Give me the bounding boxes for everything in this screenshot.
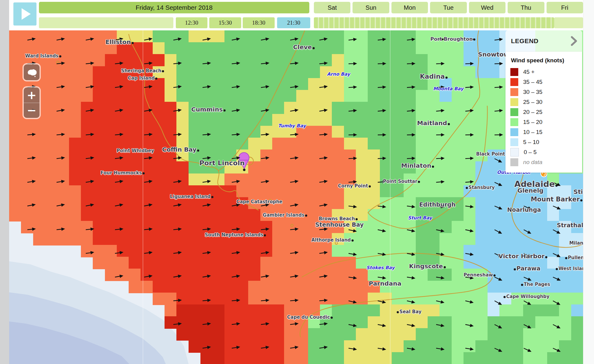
- town-marker-dot: [131, 42, 134, 44]
- town-marker-dot: [503, 296, 505, 298]
- town-label-stirling: Stirling: [574, 188, 583, 195]
- town-marker-dot: [443, 266, 446, 268]
- time-cell-2130[interactable]: 21:30: [277, 17, 310, 28]
- legend-item: 20 – 25: [510, 108, 577, 117]
- town-marker-dot: [59, 55, 61, 57]
- legend-item: 35 – 45: [510, 77, 577, 87]
- day-tab-sat[interactable]: Sat: [314, 2, 350, 13]
- day-tab-tue[interactable]: Tue: [430, 2, 467, 13]
- timeline-future-days-scrubber[interactable]: [314, 17, 554, 28]
- time-cell-1230[interactable]: 12:30: [176, 17, 207, 28]
- day-tab-fri[interactable]: Fri: [547, 2, 583, 13]
- bay-label-sturt-bay: Sturt Bay: [408, 215, 432, 221]
- town-marker-dot: [305, 215, 307, 217]
- town-label-milang: Milang: [569, 240, 583, 246]
- town-marker-dot: [494, 274, 496, 276]
- town-label-cape-willoughby: Cape Willoughby: [503, 294, 549, 299]
- legend-subtitle: Wind speed (knots): [511, 57, 577, 64]
- time-cell-1830[interactable]: 18:30: [243, 17, 275, 28]
- page-right-margin: [583, 0, 594, 364]
- legend-swatch: [510, 68, 518, 76]
- timeline-track-right[interactable]: [554, 17, 583, 28]
- page-left-margin: [0, 0, 9, 364]
- town-marker-dot: [397, 311, 399, 313]
- day-tab-sun[interactable]: Sun: [353, 2, 389, 13]
- timeline-track-left[interactable]: [39, 17, 173, 28]
- legend-panel: LEGEND Wind speed (knots) 45 +35 – 4530 …: [505, 30, 582, 173]
- town-marker-dot: [418, 181, 420, 183]
- town-label-point-whidbey: Point Whidbey: [116, 148, 154, 153]
- australia-icon: [26, 67, 37, 77]
- legend-swatch: [510, 88, 518, 96]
- legend-item: 5 – 10: [510, 138, 577, 147]
- legend-collapse-icon[interactable]: [570, 36, 578, 46]
- legend-item: 45 +: [510, 67, 577, 77]
- town-label-browns-beach: Browns Beach: [319, 216, 358, 221]
- town-label-south-neptune-islands: South Neptune Islands: [205, 232, 266, 238]
- town-marker-dot: [264, 234, 266, 236]
- town-label-glenelg: Glenelg: [517, 187, 544, 194]
- legend-item: 25 – 30: [510, 98, 577, 107]
- zoom-control: + −: [24, 88, 40, 118]
- legend-label: 15 – 20: [523, 119, 542, 125]
- day-tab-thu[interactable]: Thu: [508, 2, 544, 13]
- legend-label: 35 – 45: [523, 79, 542, 85]
- town-marker-dot: [514, 268, 516, 270]
- legend-label: 30 – 35: [523, 89, 542, 95]
- town-marker-dot: [580, 199, 582, 201]
- legend-label: 45 +: [523, 69, 535, 75]
- town-label-elliston: Elliston: [106, 38, 134, 46]
- town-label-liguanea-island: Liguanea Island: [170, 194, 214, 199]
- day-tab-wed[interactable]: Wed: [469, 2, 505, 13]
- town-marker-dot: [521, 284, 523, 286]
- legend-swatch: [510, 118, 518, 126]
- town-label-sheringa-beach: Sheringa Beach: [121, 68, 165, 74]
- town-marker-dot: [162, 70, 164, 72]
- town-label-gambier-islands: Gambier Islands: [263, 212, 308, 218]
- town-marker-dot: [312, 47, 314, 49]
- town-label-parawa: Parawa: [513, 265, 540, 272]
- town-label-edithburgh: Edithburgh: [419, 201, 455, 208]
- town-label-ward-islands: Ward Islands: [25, 53, 62, 59]
- legend-item: 15 – 20: [510, 118, 577, 127]
- legend-item: 10 – 15: [510, 128, 577, 137]
- town-label-cape-du-couedic: Cape du Couedic: [287, 314, 333, 320]
- legend-label: 0 – 5: [524, 149, 537, 156]
- town-marker-dot: [432, 166, 434, 168]
- legend-swatch: [510, 98, 518, 106]
- town-marker-dot: [466, 187, 468, 189]
- town-marker-dot: [331, 317, 333, 319]
- zoom-out-button[interactable]: −: [24, 103, 40, 118]
- legend-swatch: [510, 128, 518, 136]
- town-marker-dot: [197, 149, 199, 152]
- bay-label-tumby-bay: Tumby Bay: [278, 123, 306, 129]
- legend-label: 20 – 25: [523, 109, 542, 115]
- legend-item: 30 – 35: [510, 88, 577, 97]
- legend-label: 10 – 15: [523, 129, 542, 136]
- town-label-cleve: Cleve: [293, 43, 315, 51]
- town-label-cummins: Cummins: [191, 106, 226, 113]
- legend-swatch: [510, 138, 518, 146]
- wind-map[interactable]: EllistonWard IslandsSheringa BeachCap Is…: [9, 30, 583, 364]
- town-marker-dot: [369, 185, 371, 187]
- day-tab-mon[interactable]: Mon: [391, 2, 428, 13]
- town-label-victor-harbor: Victor Harbor: [498, 252, 548, 260]
- town-marker-dot: [473, 39, 475, 41]
- town-label-maitland: Maitland: [417, 119, 450, 127]
- town-label-west-island: West Island: [555, 266, 583, 271]
- town-label-black-point: Black Point: [476, 151, 505, 157]
- bay-label-moonta-bay: Moonta Bay: [433, 86, 464, 91]
- town-marker-dot: [142, 172, 144, 174]
- town-label-cape-catastrophe: Cape Catastrophe: [236, 199, 282, 204]
- time-cell-1530[interactable]: 15:30: [209, 17, 241, 28]
- legend-swatch: [510, 78, 518, 86]
- legend-header: LEGEND: [505, 30, 582, 52]
- town-label-penneshaw: Penneshaw: [464, 272, 496, 278]
- home-extent-button[interactable]: [24, 64, 40, 80]
- date-header: Friday, 14 September 2018: [39, 2, 309, 13]
- town-label-stenhouse-bay: Stenhouse Bay: [315, 221, 363, 228]
- zoom-in-button[interactable]: +: [24, 88, 40, 103]
- town-label-cap-island: Cap Island: [128, 75, 158, 81]
- town-marker-dot: [211, 196, 213, 198]
- town-label-strathalbyn: Strathalbyn: [557, 222, 583, 228]
